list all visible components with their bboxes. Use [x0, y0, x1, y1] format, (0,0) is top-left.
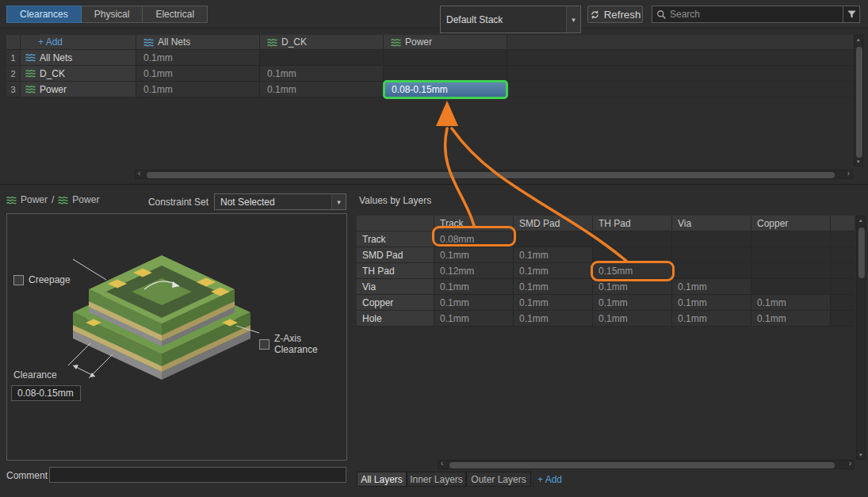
vbl-cell[interactable]: 0.1mm [751, 311, 831, 327]
z-axis-label: Z-Axis Clearance [274, 333, 346, 355]
matrix-row-header-power[interactable]: Power [21, 82, 136, 97]
vbl-cell-disabled [751, 279, 831, 295]
scrollbar-thumb[interactable] [856, 47, 862, 158]
vbl-cell[interactable]: 0.1mm [672, 311, 751, 327]
vbl-row-header[interactable]: Track [357, 231, 434, 247]
vbl-row-filler [831, 279, 855, 295]
vbl-cell[interactable]: 0.1mm [434, 295, 514, 311]
vbl-corner-cell [357, 216, 434, 231]
search-input[interactable] [670, 9, 843, 20]
scrollbar-thumb[interactable] [449, 462, 835, 468]
matrix-cell-power-allnets[interactable]: 0.1mm [136, 82, 260, 97]
chevron-down-icon [331, 194, 346, 209]
vbl-row-filler [831, 231, 855, 247]
vbl-row-smd-pad: SMD Pad 0.1mm 0.1mm [357, 247, 855, 263]
vbl-cell[interactable]: 0.1mm [593, 279, 672, 295]
tab-inner-layers[interactable]: Inner Layers [407, 472, 466, 487]
net-class-icon [58, 195, 68, 205]
vbl-cell[interactable]: 0.1mm [434, 311, 514, 327]
vbl-cell[interactable]: 0.1mm [593, 295, 672, 311]
tab-outer-layers[interactable]: Outer Layers [466, 472, 531, 487]
tab-clearances[interactable]: Clearances [6, 6, 82, 23]
vbl-horizontal-scrollbar[interactable] [438, 460, 855, 469]
filter-icon [847, 10, 857, 19]
vbl-cell-track-track[interactable]: 0.08mm [434, 231, 514, 247]
creepage-label: Creepage [29, 274, 71, 285]
vbl-cell[interactable]: 0.1mm [514, 279, 593, 295]
matrix-row-header-d-ck[interactable]: D_CK [21, 66, 136, 82]
search-icon [652, 10, 670, 20]
refresh-button[interactable]: Refresh [587, 6, 643, 23]
clearance-value-box[interactable]: 0.08-0.15mm [11, 385, 81, 401]
vbl-row-th-pad: TH Pad 0.12mm 0.1mm 0.15mm [357, 263, 855, 279]
vbl-cell-disabled [672, 263, 751, 279]
vbl-column-header-copper[interactable]: Copper [751, 216, 831, 231]
filter-button[interactable] [843, 6, 859, 22]
tab-physical[interactable]: Physical [82, 6, 143, 23]
z-axis-checkbox[interactable] [259, 339, 270, 350]
vbl-row-header[interactable]: Hole [357, 311, 434, 327]
vbl-cell[interactable]: 0.1mm [751, 295, 831, 311]
vbl-cell[interactable]: 0.1mm [514, 311, 593, 327]
add-net-class-button[interactable]: + Add [25, 36, 63, 48]
vbl-cell-disabled [672, 231, 751, 247]
vbl-cell[interactable]: 0.1mm [514, 263, 593, 279]
matrix-column-header-all-nets[interactable]: All Nets [136, 35, 260, 50]
matrix-vertical-scrollbar[interactable] [854, 35, 863, 166]
matrix-cell-allnets-allnets[interactable]: 0.1mm [136, 50, 260, 66]
vbl-cell-disabled [593, 247, 672, 263]
vbl-cell[interactable]: 0.1mm [434, 247, 514, 263]
search-box [652, 6, 860, 23]
scrollbar-thumb[interactable] [858, 227, 865, 278]
constraint-set-select[interactable]: Not Selected [214, 193, 346, 210]
vbl-cell[interactable]: 0.1mm [672, 279, 751, 295]
vbl-row-header[interactable]: Copper [357, 295, 434, 311]
vbl-column-header-th-pad[interactable]: TH Pad [593, 216, 672, 231]
vbl-cell[interactable]: 0.1mm [434, 279, 514, 295]
comment-input[interactable] [49, 467, 346, 483]
matrix-column-header-power[interactable]: Power [384, 35, 507, 50]
pcb-stackup-illustration [67, 250, 261, 412]
matrix-cell-dck-allnets[interactable]: 0.1mm [136, 66, 260, 82]
pair-separator: / [52, 194, 54, 205]
selected-clearance-cell[interactable]: 0.08-0.15mm [383, 80, 508, 99]
matrix-column-header-d-ck[interactable]: D_CK [260, 35, 384, 50]
vbl-cell[interactable]: 0.12mm [434, 263, 514, 279]
vbl-cell[interactable]: 0.1mm [593, 311, 672, 327]
vbl-row-filler [831, 295, 855, 311]
net-class-icon [267, 37, 277, 48]
row-index: 1 [6, 50, 21, 66]
matrix-header-row: + Add All Nets D_CK Power [6, 35, 854, 50]
matrix-cell-power-dck[interactable]: 0.1mm [260, 82, 384, 97]
matrix-horizontal-scrollbar[interactable] [135, 170, 853, 179]
vbl-cell[interactable]: 0.1mm [514, 295, 593, 311]
vbl-header-row: Track SMD Pad TH Pad Via Copper [357, 216, 855, 231]
constraint-set-value: Not Selected [215, 197, 331, 208]
vbl-row-header[interactable]: TH Pad [357, 263, 434, 279]
vbl-row-via: Via 0.1mm 0.1mm 0.1mm 0.1mm [357, 279, 855, 295]
vbl-cell-thpad-thpad[interactable]: 0.15mm [593, 263, 672, 279]
matrix-cell-dck-dck[interactable]: 0.1mm [260, 66, 384, 82]
tab-electrical[interactable]: Electrical [143, 6, 208, 23]
row-label: All Nets [40, 52, 72, 63]
vbl-column-header-via[interactable]: Via [672, 216, 751, 231]
net-class-icon [143, 37, 154, 48]
clearance-label: Clearance [13, 369, 57, 380]
values-by-layers-pane: Values by Layers Track SMD Pad TH Pad Vi… [357, 185, 868, 497]
vbl-vertical-scrollbar[interactable] [856, 216, 866, 460]
vbl-row-header[interactable]: Via [357, 279, 434, 295]
vbl-row-header[interactable]: SMD Pad [357, 247, 434, 263]
vbl-column-header-smd-pad[interactable]: SMD Pad [514, 216, 593, 231]
matrix-row-header-all-nets[interactable]: All Nets [21, 50, 136, 66]
vbl-cell-disabled [593, 231, 672, 247]
vbl-column-header-track[interactable]: Track [434, 216, 514, 231]
creepage-checkbox[interactable] [13, 275, 24, 285]
tab-all-layers[interactable]: All Layers [357, 472, 407, 487]
add-layer-set-button[interactable]: + Add [537, 472, 562, 487]
column-label: Power [405, 36, 432, 48]
matrix-row-filler [507, 50, 854, 66]
vbl-cell[interactable]: 0.1mm [672, 295, 751, 311]
vbl-cell[interactable]: 0.1mm [514, 247, 593, 263]
scrollbar-thumb[interactable] [147, 172, 835, 178]
vbl-cell-disabled [751, 263, 831, 279]
